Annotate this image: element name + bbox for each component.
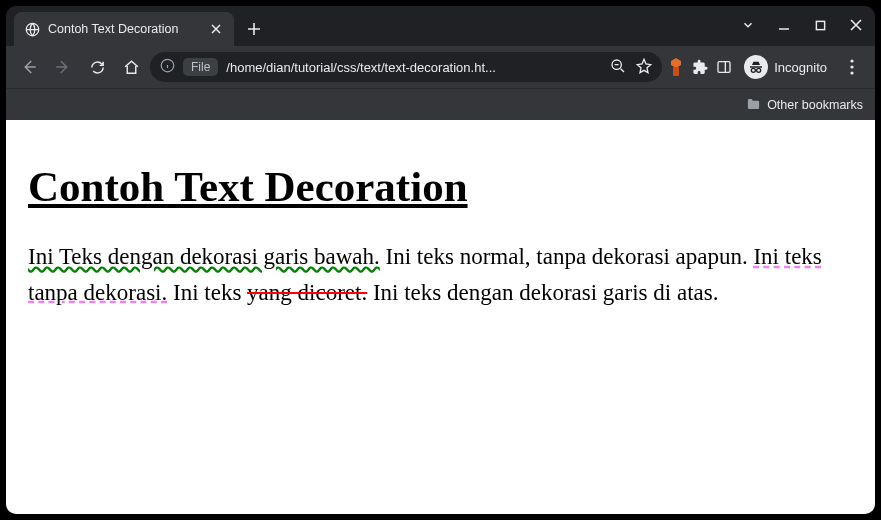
zoom-icon[interactable] bbox=[610, 58, 626, 77]
chevron-down-icon[interactable] bbox=[737, 14, 759, 36]
svg-point-9 bbox=[850, 65, 853, 68]
reload-button[interactable] bbox=[82, 52, 112, 82]
close-window-button[interactable] bbox=[845, 14, 867, 36]
page-content: Contoh Text Decoration Ini Teks dengan d… bbox=[6, 120, 875, 514]
svg-rect-5 bbox=[718, 62, 730, 73]
incognito-indicator[interactable]: Incognito bbox=[738, 55, 833, 79]
bookmark-star-icon[interactable] bbox=[636, 58, 652, 77]
svg-rect-4 bbox=[673, 67, 679, 76]
browser-tab[interactable]: Contoh Text Decoration bbox=[14, 12, 234, 46]
minimize-button[interactable] bbox=[773, 14, 795, 36]
globe-icon bbox=[24, 21, 40, 37]
side-panel-icon[interactable] bbox=[714, 57, 734, 77]
kebab-menu-icon[interactable] bbox=[837, 52, 867, 82]
home-button[interactable] bbox=[116, 52, 146, 82]
bookmarks-bar: Other bookmarks bbox=[6, 88, 875, 120]
toolbar: File /home/dian/tutorial/css/text/text-d… bbox=[6, 46, 875, 88]
svg-point-10 bbox=[850, 71, 853, 74]
tab-title: Contoh Text Decoration bbox=[48, 22, 200, 36]
extensions-puzzle-icon[interactable] bbox=[690, 57, 710, 77]
page-title: Contoh Text Decoration bbox=[28, 162, 853, 211]
info-icon[interactable] bbox=[160, 58, 175, 76]
text-underline-wavy: Ini Teks dengan dekorasi garis bawah. bbox=[28, 244, 380, 269]
forward-button[interactable] bbox=[48, 52, 78, 82]
svg-rect-1 bbox=[816, 21, 824, 29]
address-bar-actions bbox=[610, 58, 652, 77]
text-normal: Ini teks bbox=[167, 280, 247, 305]
tab-strip: Contoh Text Decoration bbox=[6, 6, 875, 46]
extension-icon[interactable] bbox=[666, 57, 686, 77]
svg-point-8 bbox=[850, 59, 853, 62]
close-icon[interactable] bbox=[208, 21, 224, 37]
svg-point-6 bbox=[752, 68, 756, 72]
back-button[interactable] bbox=[14, 52, 44, 82]
other-bookmarks-link[interactable]: Other bookmarks bbox=[767, 98, 863, 112]
folder-icon bbox=[745, 97, 761, 113]
incognito-icon bbox=[744, 55, 768, 79]
incognito-label: Incognito bbox=[774, 60, 827, 75]
maximize-button[interactable] bbox=[809, 14, 831, 36]
window-controls bbox=[737, 14, 867, 36]
svg-point-7 bbox=[757, 68, 761, 72]
text-line-through: yang dicoret. bbox=[247, 280, 367, 305]
address-bar[interactable]: File /home/dian/tutorial/css/text/text-d… bbox=[150, 52, 662, 82]
text-normal: Ini teks dengan dekorasi garis di atas. bbox=[367, 280, 718, 305]
url-scheme-badge: File bbox=[183, 58, 218, 76]
browser-window: Contoh Text Decoration bbox=[6, 6, 875, 514]
text-normal: Ini teks normal, tanpa dekorasi apapun. bbox=[380, 244, 754, 269]
url-text: /home/dian/tutorial/css/text/text-decora… bbox=[226, 60, 602, 75]
demo-paragraph: Ini Teks dengan dekorasi garis bawah. In… bbox=[28, 239, 853, 310]
new-tab-button[interactable] bbox=[240, 15, 268, 43]
